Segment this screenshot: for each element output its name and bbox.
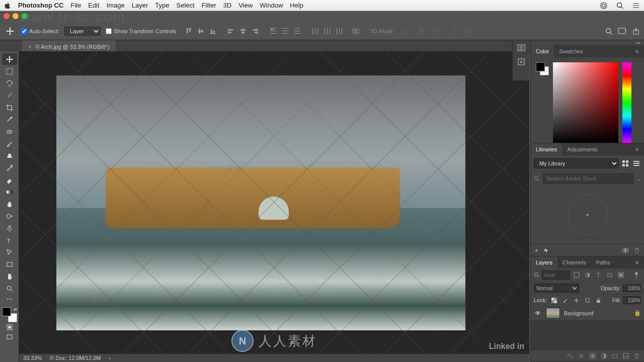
layer-style-icon[interactable]: fx (579, 353, 585, 359)
layers-panel-menu-icon[interactable]: ≡ (633, 259, 641, 265)
show-transform-checkbox[interactable]: Show Transform Controls (106, 28, 176, 34)
layer-lock-icon[interactable]: 🔒 (634, 310, 641, 316)
menu-file[interactable]: File (70, 2, 81, 9)
magic-wand-tool[interactable] (2, 89, 17, 101)
color-field[interactable] (553, 62, 618, 143)
align-top-edges-button[interactable] (183, 26, 194, 37)
menu-3d[interactable]: 3D (223, 2, 232, 9)
3d-zoom-button[interactable] (464, 26, 475, 37)
screen-mode-button[interactable] (2, 332, 17, 341)
grid-view-icon[interactable] (621, 159, 630, 168)
tab-libraries[interactable]: Libraries (531, 143, 562, 155)
type-tool[interactable]: T (2, 234, 17, 246)
search-dropdown-icon[interactable]: ⌄ (636, 175, 641, 182)
show-assets-icon[interactable] (622, 248, 629, 253)
delete-layer-icon[interactable] (634, 353, 640, 359)
properties-panel-icon[interactable] (517, 57, 526, 67)
spotlight-search-icon[interactable] (616, 2, 624, 10)
dodge-tool[interactable] (2, 210, 17, 222)
delete-asset-icon[interactable] (634, 247, 640, 253)
eraser-tool[interactable] (2, 174, 17, 186)
zoom-tool[interactable] (2, 283, 17, 294)
3d-slide-button[interactable] (448, 26, 459, 37)
hue-slider[interactable] (622, 62, 631, 143)
3d-roll-button[interactable] (416, 26, 427, 37)
distribute-right-button[interactable] (334, 26, 345, 37)
menu-image[interactable]: Image (107, 2, 125, 9)
marquee-tool[interactable] (2, 65, 17, 77)
filter-shape-icon[interactable] (605, 270, 614, 280)
color-swatch[interactable]: ⇄ (2, 307, 17, 322)
menu-layer[interactable]: Layer (132, 2, 148, 9)
3d-pan-button[interactable] (432, 26, 443, 37)
move-tool[interactable] (2, 53, 17, 65)
menu-view[interactable]: View (238, 2, 253, 9)
close-tab-icon[interactable]: × (28, 44, 31, 50)
quick-mask-button[interactable] (2, 323, 17, 332)
menu-list-icon[interactable] (632, 2, 640, 10)
lock-artboard-icon[interactable] (583, 296, 591, 304)
search-icon[interactable] (605, 27, 613, 35)
swap-colors-icon[interactable]: ⇄ (14, 307, 17, 312)
align-horizontal-centers-button[interactable] (237, 26, 249, 37)
layer-name[interactable]: Background (564, 310, 630, 316)
group-layers-icon[interactable] (612, 353, 618, 359)
fill-input[interactable] (623, 296, 641, 304)
align-vertical-centers-button[interactable] (195, 26, 206, 37)
filter-smart-icon[interactable] (616, 270, 625, 280)
filter-adjustment-icon[interactable] (583, 270, 592, 280)
filter-pixel-icon[interactable] (572, 270, 581, 280)
brush-tool[interactable] (2, 138, 17, 149)
history-brush-tool[interactable] (2, 162, 17, 173)
pen-tool[interactable] (2, 222, 17, 234)
blend-mode-dropdown[interactable]: Normal (534, 284, 579, 293)
share-icon[interactable] (632, 27, 640, 35)
add-graphic-icon[interactable] (543, 247, 549, 253)
menu-filter[interactable]: Filter (202, 2, 216, 9)
library-dropdown[interactable]: My Library (534, 158, 619, 168)
menu-window[interactable]: Window (260, 2, 283, 9)
gradient-tool[interactable] (2, 186, 17, 198)
layer-mask-icon[interactable] (590, 353, 596, 359)
distribute-hcenter-button[interactable] (322, 26, 333, 37)
foreground-color-swatch[interactable] (2, 307, 11, 316)
library-drop-area[interactable]: + (531, 186, 644, 244)
auto-select-dropdown[interactable]: Layer (64, 27, 101, 36)
fg-color-chip[interactable] (536, 62, 545, 71)
collapse-panels-icon[interactable]: ▸▸ (636, 40, 641, 45)
filter-type-icon[interactable]: T (594, 270, 603, 280)
history-panel-icon[interactable] (517, 43, 526, 53)
layer-row-background[interactable]: 👁 Background 🔒 (531, 306, 644, 321)
cc-cloud-icon[interactable] (600, 2, 608, 10)
crop-tool[interactable] (2, 102, 17, 113)
tab-layers[interactable]: Layers (531, 256, 557, 268)
layer-visibility-icon[interactable]: 👁 (534, 310, 542, 317)
align-left-edges-button[interactable] (225, 26, 236, 37)
link-layers-icon[interactable] (567, 353, 574, 359)
align-bottom-edges-button[interactable] (207, 26, 218, 37)
list-view-icon[interactable] (632, 159, 641, 168)
lock-transparency-icon[interactable] (550, 296, 558, 304)
new-layer-icon[interactable] (623, 353, 629, 359)
filter-kind-icon[interactable] (534, 272, 540, 278)
window-minimize-button[interactable] (13, 13, 19, 19)
opacity-input[interactable] (623, 284, 641, 292)
lock-position-icon[interactable] (572, 296, 580, 304)
menu-edit[interactable]: Edit (88, 2, 99, 9)
tab-swatches[interactable]: Swatches (554, 45, 588, 57)
auto-select-checkbox[interactable]: Auto-Select: (21, 28, 59, 34)
eyedropper-tool[interactable] (2, 114, 17, 125)
menu-help[interactable]: Help (290, 2, 303, 9)
canvas-area[interactable]: 人人素材 www.rr-sc.com 人人素材 www.rr-sc.com N … (19, 51, 529, 354)
color-chips[interactable] (536, 62, 549, 75)
layer-list[interactable]: 👁 Background 🔒 (531, 306, 644, 349)
auto-align-button[interactable] (350, 26, 361, 37)
libraries-panel-menu-icon[interactable]: ≡ (633, 146, 641, 152)
filter-toggle-switch[interactable] (632, 270, 641, 280)
lock-image-icon[interactable] (561, 296, 569, 304)
distribute-top-button[interactable] (268, 26, 279, 37)
adjustment-layer-icon[interactable] (601, 353, 607, 359)
distribute-vcenter-button[interactable] (280, 26, 291, 37)
menu-type[interactable]: Type (155, 2, 169, 9)
window-close-button[interactable] (4, 13, 10, 19)
